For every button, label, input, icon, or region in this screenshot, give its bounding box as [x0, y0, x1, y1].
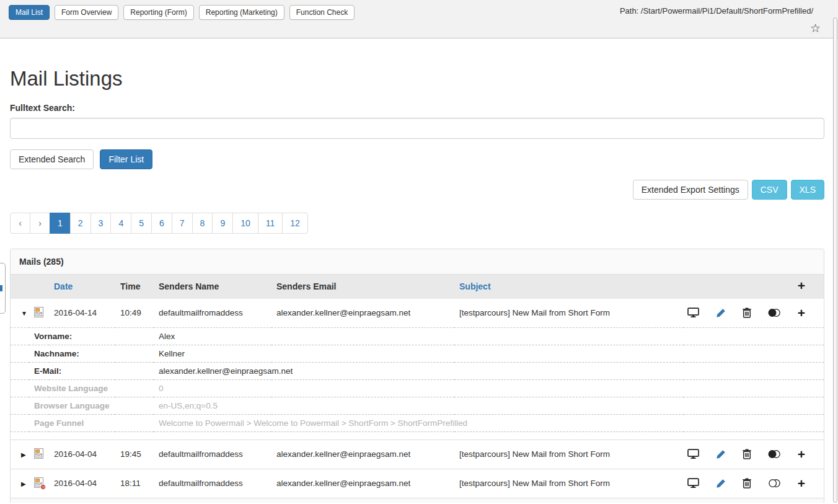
tab-function-check[interactable]: Function Check	[289, 5, 355, 20]
mail-record-icon[interactable]	[34, 307, 43, 317]
mail-senders-email: alexander.kellner@einpraegsam.net	[271, 440, 454, 469]
mail-row: ▼ 2016-04-14	[11, 299, 824, 328]
detail-row: Page Funnel Welcome to Powermail > Welco…	[11, 414, 824, 431]
edit-pencil-icon[interactable]	[716, 449, 726, 459]
pagination-page-1[interactable]: 1	[50, 213, 71, 234]
column-header-senders-name: Senders Name	[154, 275, 271, 299]
add-plus-icon[interactable]: +	[798, 450, 805, 459]
hidden-record-badge-icon	[40, 484, 46, 490]
fulltext-search-input[interactable]	[10, 118, 824, 139]
detail-row: E-Mail: alexander.kellner@einpraegsam.ne…	[11, 362, 824, 379]
pagination-page-3[interactable]: 3	[90, 213, 112, 234]
pane-collapse-handle-icon[interactable]	[0, 263, 6, 314]
mail-date: 2016-04-04	[49, 469, 115, 498]
pagination-page-9[interactable]: 9	[212, 213, 233, 234]
next-row-partial	[11, 498, 824, 503]
detail-label: E-Mail:	[29, 362, 154, 379]
extended-export-settings-button[interactable]: Extended Export Settings	[633, 180, 748, 200]
page-path: Path: /Start/Powermail/Pi1/Default/Short…	[620, 6, 813, 15]
column-header-date[interactable]: Date	[49, 275, 115, 299]
mail-row: ▶ 201	[11, 469, 824, 498]
pagination-page-6[interactable]: 6	[151, 213, 172, 234]
pagination-next[interactable]: ›	[30, 213, 50, 234]
tab-mail-list[interactable]: Mail List	[9, 5, 50, 20]
pagination-page-11[interactable]: 11	[258, 213, 283, 234]
detail-label: Vorname:	[29, 327, 154, 345]
detail-value: Alex	[154, 327, 824, 345]
display-icon[interactable]	[687, 449, 699, 459]
mail-senders-name: defaultmailfromaddess	[154, 469, 271, 498]
expand-caret-icon[interactable]: ▶	[21, 480, 26, 487]
expand-caret-icon[interactable]: ▶	[21, 451, 26, 458]
column-header-subject[interactable]: Subject	[454, 275, 684, 299]
pagination-page-7[interactable]: 7	[172, 213, 193, 234]
mail-time: 10:49	[115, 299, 154, 328]
detail-label: Nachname:	[29, 345, 154, 362]
detail-value: alexander.kellner@einpraegsam.net	[154, 362, 824, 379]
vertical-scrollbar[interactable]	[833, 17, 837, 503]
visibility-toggle-on-icon[interactable]	[768, 449, 781, 459]
pagination-page-12[interactable]: 12	[282, 213, 308, 234]
pagination-page-4[interactable]: 4	[110, 213, 131, 234]
mail-date: 2016-04-14	[49, 299, 115, 328]
detail-label: Browser Language	[29, 397, 154, 414]
column-header-senders-email: Senders Email	[271, 275, 454, 299]
display-icon[interactable]	[687, 307, 699, 318]
fulltext-search-label: Fulltext Search:	[10, 103, 824, 113]
mail-subject: [testparcours] New Mail from Short Form	[454, 469, 684, 498]
export-actions: Extended Export Settings CSV XLS	[10, 180, 824, 200]
mail-senders-email: alexander.kellner@einpraegsam.net	[271, 299, 454, 328]
display-icon[interactable]	[687, 478, 699, 489]
filter-list-button[interactable]: Filter List	[100, 149, 152, 169]
visibility-toggle-on-icon[interactable]	[768, 308, 781, 317]
delete-trash-icon[interactable]	[743, 478, 751, 489]
page-title: Mail Listings	[10, 67, 824, 91]
mail-senders-name: defaultmailfromaddess	[154, 440, 271, 469]
mail-subject: [testparcours] New Mail from Short Form	[454, 440, 684, 469]
pagination-prev[interactable]: ‹	[10, 213, 30, 234]
column-header-time: Time	[115, 275, 154, 299]
mail-record-icon[interactable]	[34, 448, 43, 459]
mail-time: 19:45	[115, 440, 154, 469]
detail-value: Welcome to Powermail > Welcome to Powerm…	[154, 414, 824, 431]
pagination-page-10[interactable]: 10	[232, 213, 258, 234]
collapse-caret-icon[interactable]: ▼	[21, 310, 27, 317]
detail-row: Vorname: Alex	[11, 327, 824, 345]
detail-label: Website Language	[29, 379, 154, 397]
add-plus-icon[interactable]: +	[798, 479, 805, 488]
extended-search-button[interactable]: Extended Search	[10, 149, 94, 169]
tab-reporting-marketing[interactable]: Reporting (Marketing)	[199, 5, 284, 20]
doc-header: Mail List Form Overview Reporting (Form)…	[0, 0, 838, 38]
xls-export-button[interactable]: XLS	[791, 180, 824, 200]
add-column-icon[interactable]: +	[798, 278, 805, 293]
mail-senders-name: defaultmailfromaddess	[154, 299, 271, 328]
edit-pencil-icon[interactable]	[716, 479, 726, 489]
mail-date: 2016-04-04	[49, 440, 115, 469]
edit-pencil-icon[interactable]	[716, 308, 726, 318]
detail-value: Kellner	[154, 345, 824, 362]
pagination-page-2[interactable]: 2	[70, 213, 91, 234]
tab-reporting-form[interactable]: Reporting (Form)	[123, 5, 193, 20]
delete-trash-icon[interactable]	[743, 307, 751, 318]
detail-row: Browser Language en-US,en;q=0.5	[11, 397, 824, 414]
pagination: ‹ › 1 2 3 4 5 6 7 8 9 10 11 12	[10, 213, 308, 234]
table-header-row: Date Time Senders Name Senders Email Sub…	[11, 275, 824, 299]
detail-value: 0	[154, 379, 824, 397]
mail-senders-email: alexander.kellner@einpraegsam.net	[271, 469, 454, 498]
csv-export-button[interactable]: CSV	[752, 180, 787, 200]
detail-row: Nachname: Kellner	[11, 345, 824, 362]
bookmark-star-icon[interactable]: ☆	[810, 22, 821, 35]
mail-record-hidden-icon[interactable]	[34, 477, 43, 488]
detail-value: en-US,en;q=0.5	[154, 397, 824, 414]
mail-subject: [testparcours] New Mail from Short Form	[454, 299, 684, 328]
detail-row: Website Language 0	[11, 379, 824, 397]
pagination-page-8[interactable]: 8	[192, 213, 213, 234]
tab-form-overview[interactable]: Form Overview	[55, 5, 118, 20]
mail-row: ▶ 2016-04-04	[11, 440, 824, 469]
mails-panel: Mails (285) Date Time Senders Name Sende…	[10, 249, 824, 503]
visibility-toggle-off-icon[interactable]	[768, 479, 781, 488]
delete-trash-icon[interactable]	[743, 449, 751, 459]
pagination-page-5[interactable]: 5	[131, 213, 152, 234]
mails-panel-title: Mails (285)	[11, 249, 824, 275]
add-plus-icon[interactable]: +	[798, 309, 805, 317]
